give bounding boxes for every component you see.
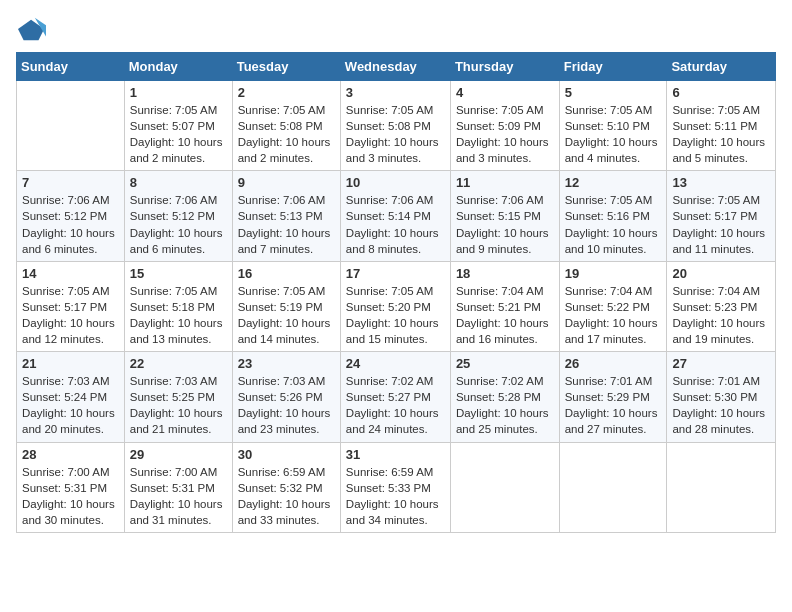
day-info: Sunrise: 7:02 AMSunset: 5:28 PMDaylight:… xyxy=(456,373,554,437)
calendar-cell: 16Sunrise: 7:05 AMSunset: 5:19 PMDayligh… xyxy=(232,261,340,351)
calendar-cell: 15Sunrise: 7:05 AMSunset: 5:18 PMDayligh… xyxy=(124,261,232,351)
day-number: 17 xyxy=(346,266,445,281)
calendar-cell: 23Sunrise: 7:03 AMSunset: 5:26 PMDayligh… xyxy=(232,352,340,442)
calendar-cell xyxy=(559,442,667,532)
day-info: Sunrise: 7:05 AMSunset: 5:09 PMDaylight:… xyxy=(456,102,554,166)
day-number: 18 xyxy=(456,266,554,281)
weekday-header-tuesday: Tuesday xyxy=(232,53,340,81)
day-info: Sunrise: 7:01 AMSunset: 5:30 PMDaylight:… xyxy=(672,373,770,437)
day-number: 19 xyxy=(565,266,662,281)
day-number: 21 xyxy=(22,356,119,371)
day-number: 13 xyxy=(672,175,770,190)
day-number: 28 xyxy=(22,447,119,462)
calendar-cell: 19Sunrise: 7:04 AMSunset: 5:22 PMDayligh… xyxy=(559,261,667,351)
day-info: Sunrise: 7:05 AMSunset: 5:08 PMDaylight:… xyxy=(238,102,335,166)
calendar-cell: 22Sunrise: 7:03 AMSunset: 5:25 PMDayligh… xyxy=(124,352,232,442)
calendar-table: SundayMondayTuesdayWednesdayThursdayFrid… xyxy=(16,52,776,533)
calendar-cell: 2Sunrise: 7:05 AMSunset: 5:08 PMDaylight… xyxy=(232,81,340,171)
calendar-cell: 21Sunrise: 7:03 AMSunset: 5:24 PMDayligh… xyxy=(17,352,125,442)
day-number: 8 xyxy=(130,175,227,190)
weekday-header-sunday: Sunday xyxy=(17,53,125,81)
day-info: Sunrise: 7:04 AMSunset: 5:23 PMDaylight:… xyxy=(672,283,770,347)
weekday-header-monday: Monday xyxy=(124,53,232,81)
calendar-cell: 14Sunrise: 7:05 AMSunset: 5:17 PMDayligh… xyxy=(17,261,125,351)
day-number: 24 xyxy=(346,356,445,371)
logo xyxy=(16,16,46,44)
day-info: Sunrise: 7:05 AMSunset: 5:17 PMDaylight:… xyxy=(672,192,770,256)
day-info: Sunrise: 6:59 AMSunset: 5:32 PMDaylight:… xyxy=(238,464,335,528)
day-info: Sunrise: 7:04 AMSunset: 5:22 PMDaylight:… xyxy=(565,283,662,347)
calendar-cell: 13Sunrise: 7:05 AMSunset: 5:17 PMDayligh… xyxy=(667,171,776,261)
calendar-cell: 9Sunrise: 7:06 AMSunset: 5:13 PMDaylight… xyxy=(232,171,340,261)
calendar-cell: 31Sunrise: 6:59 AMSunset: 5:33 PMDayligh… xyxy=(340,442,450,532)
day-info: Sunrise: 7:02 AMSunset: 5:27 PMDaylight:… xyxy=(346,373,445,437)
day-info: Sunrise: 7:06 AMSunset: 5:12 PMDaylight:… xyxy=(22,192,119,256)
day-info: Sunrise: 7:05 AMSunset: 5:20 PMDaylight:… xyxy=(346,283,445,347)
day-info: Sunrise: 7:03 AMSunset: 5:25 PMDaylight:… xyxy=(130,373,227,437)
day-number: 12 xyxy=(565,175,662,190)
calendar-cell: 1Sunrise: 7:05 AMSunset: 5:07 PMDaylight… xyxy=(124,81,232,171)
calendar-cell: 24Sunrise: 7:02 AMSunset: 5:27 PMDayligh… xyxy=(340,352,450,442)
day-number: 11 xyxy=(456,175,554,190)
day-number: 1 xyxy=(130,85,227,100)
calendar-cell: 12Sunrise: 7:05 AMSunset: 5:16 PMDayligh… xyxy=(559,171,667,261)
calendar-cell: 30Sunrise: 6:59 AMSunset: 5:32 PMDayligh… xyxy=(232,442,340,532)
day-info: Sunrise: 7:05 AMSunset: 5:11 PMDaylight:… xyxy=(672,102,770,166)
day-info: Sunrise: 7:03 AMSunset: 5:24 PMDaylight:… xyxy=(22,373,119,437)
day-info: Sunrise: 7:06 AMSunset: 5:14 PMDaylight:… xyxy=(346,192,445,256)
day-number: 23 xyxy=(238,356,335,371)
day-info: Sunrise: 7:03 AMSunset: 5:26 PMDaylight:… xyxy=(238,373,335,437)
day-info: Sunrise: 7:06 AMSunset: 5:15 PMDaylight:… xyxy=(456,192,554,256)
day-info: Sunrise: 7:06 AMSunset: 5:12 PMDaylight:… xyxy=(130,192,227,256)
calendar-cell: 11Sunrise: 7:06 AMSunset: 5:15 PMDayligh… xyxy=(450,171,559,261)
day-info: Sunrise: 7:01 AMSunset: 5:29 PMDaylight:… xyxy=(565,373,662,437)
day-info: Sunrise: 7:05 AMSunset: 5:19 PMDaylight:… xyxy=(238,283,335,347)
day-info: Sunrise: 7:05 AMSunset: 5:10 PMDaylight:… xyxy=(565,102,662,166)
day-info: Sunrise: 7:04 AMSunset: 5:21 PMDaylight:… xyxy=(456,283,554,347)
day-number: 22 xyxy=(130,356,227,371)
day-info: Sunrise: 7:06 AMSunset: 5:13 PMDaylight:… xyxy=(238,192,335,256)
calendar-cell: 28Sunrise: 7:00 AMSunset: 5:31 PMDayligh… xyxy=(17,442,125,532)
weekday-header-friday: Friday xyxy=(559,53,667,81)
day-info: Sunrise: 7:05 AMSunset: 5:17 PMDaylight:… xyxy=(22,283,119,347)
day-info: Sunrise: 7:00 AMSunset: 5:31 PMDaylight:… xyxy=(22,464,119,528)
calendar-cell: 8Sunrise: 7:06 AMSunset: 5:12 PMDaylight… xyxy=(124,171,232,261)
calendar-cell: 26Sunrise: 7:01 AMSunset: 5:29 PMDayligh… xyxy=(559,352,667,442)
calendar-cell xyxy=(667,442,776,532)
day-number: 20 xyxy=(672,266,770,281)
calendar-cell: 5Sunrise: 7:05 AMSunset: 5:10 PMDaylight… xyxy=(559,81,667,171)
calendar-cell: 3Sunrise: 7:05 AMSunset: 5:08 PMDaylight… xyxy=(340,81,450,171)
day-number: 4 xyxy=(456,85,554,100)
calendar-cell: 27Sunrise: 7:01 AMSunset: 5:30 PMDayligh… xyxy=(667,352,776,442)
calendar-cell: 6Sunrise: 7:05 AMSunset: 5:11 PMDaylight… xyxy=(667,81,776,171)
day-number: 14 xyxy=(22,266,119,281)
day-number: 7 xyxy=(22,175,119,190)
calendar-cell: 17Sunrise: 7:05 AMSunset: 5:20 PMDayligh… xyxy=(340,261,450,351)
day-number: 16 xyxy=(238,266,335,281)
day-number: 26 xyxy=(565,356,662,371)
weekday-header-thursday: Thursday xyxy=(450,53,559,81)
day-info: Sunrise: 6:59 AMSunset: 5:33 PMDaylight:… xyxy=(346,464,445,528)
day-number: 25 xyxy=(456,356,554,371)
day-number: 10 xyxy=(346,175,445,190)
day-number: 5 xyxy=(565,85,662,100)
logo-icon xyxy=(18,16,46,44)
day-number: 31 xyxy=(346,447,445,462)
day-number: 6 xyxy=(672,85,770,100)
day-number: 2 xyxy=(238,85,335,100)
day-number: 29 xyxy=(130,447,227,462)
weekday-header-wednesday: Wednesday xyxy=(340,53,450,81)
page-header xyxy=(16,16,776,44)
day-number: 27 xyxy=(672,356,770,371)
calendar-cell: 18Sunrise: 7:04 AMSunset: 5:21 PMDayligh… xyxy=(450,261,559,351)
calendar-cell xyxy=(17,81,125,171)
calendar-cell: 10Sunrise: 7:06 AMSunset: 5:14 PMDayligh… xyxy=(340,171,450,261)
calendar-cell: 20Sunrise: 7:04 AMSunset: 5:23 PMDayligh… xyxy=(667,261,776,351)
calendar-cell: 4Sunrise: 7:05 AMSunset: 5:09 PMDaylight… xyxy=(450,81,559,171)
day-number: 30 xyxy=(238,447,335,462)
day-info: Sunrise: 7:05 AMSunset: 5:16 PMDaylight:… xyxy=(565,192,662,256)
calendar-cell xyxy=(450,442,559,532)
calendar-cell: 7Sunrise: 7:06 AMSunset: 5:12 PMDaylight… xyxy=(17,171,125,261)
day-info: Sunrise: 7:05 AMSunset: 5:08 PMDaylight:… xyxy=(346,102,445,166)
day-info: Sunrise: 7:00 AMSunset: 5:31 PMDaylight:… xyxy=(130,464,227,528)
